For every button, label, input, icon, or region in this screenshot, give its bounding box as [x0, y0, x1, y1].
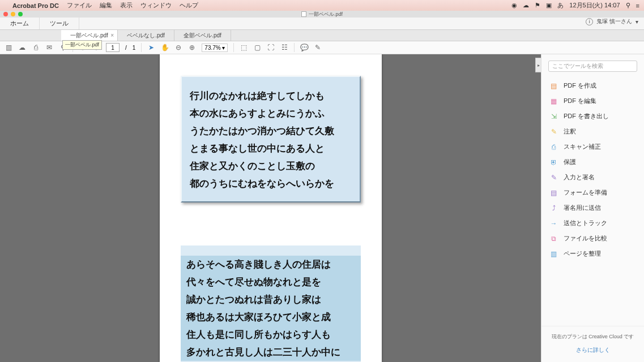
tab-home[interactable]: ホーム — [0, 18, 40, 29]
app-tab-bar: ホーム ツール i 鬼塚 慎一さん ▾ — [0, 18, 644, 30]
menubar-date[interactable]: 12月5日(火) 14:07 — [569, 1, 620, 10]
text-line-selected: 稀也あるは大家ほろひて小家と成 — [181, 308, 361, 326]
document-viewport[interactable]: ▸ 行川のなかれは絶すしてしかも 本の水にあらすよとみにうかふ うたかたはかつ消… — [0, 54, 541, 362]
text-line: 住家と又かくのことし玉敷の — [190, 157, 352, 175]
print-icon[interactable]: ⎙ — [32, 44, 40, 51]
text-line: うたかたはかつ消かつ結ひて久敷 — [190, 122, 352, 140]
tool-send-sign[interactable]: ⤴署名用に送信 — [541, 200, 644, 216]
minimize-window-button[interactable] — [11, 12, 15, 16]
file-tab-bar: 一部ベベル.pdf × 一部ベベル.pdf ベベルなし.pdf 全部ベベル.pd… — [0, 30, 644, 41]
tool-label: ファイルを比較 — [564, 234, 607, 243]
tool-label: PDF を編集 — [564, 97, 596, 105]
account-chevron-icon[interactable]: ▾ — [636, 19, 638, 25]
tab-tools[interactable]: ツール — [40, 18, 79, 29]
text-line: とまる事なし世の中にある人と — [190, 140, 352, 157]
account-area[interactable]: i 鬼塚 慎一さん ▾ — [586, 18, 638, 25]
text-line-selected: 住人も是に同し所もかはらす人も — [181, 326, 361, 343]
tool-label: PDF を作成 — [564, 81, 596, 90]
status-cloud-icon[interactable]: ☁︎ — [523, 2, 529, 9]
mac-menubar: Acrobat Pro DC ファイル 編集 表示 ウィンドウ ヘルプ ◉ ☁︎… — [0, 0, 644, 11]
export-pdf-icon: ⇲ — [549, 112, 558, 120]
fullscreen-icon[interactable]: ⛶ — [267, 44, 275, 51]
protect-icon: ⛨ — [549, 158, 558, 166]
app-name[interactable]: Acrobat Pro DC — [12, 2, 59, 9]
main-area: ▸ 行川のなかれは絶すしてしかも 本の水にあらすよとみにうかふ うたかたはかつ消… — [0, 54, 644, 362]
close-window-button[interactable] — [3, 12, 8, 16]
tool-prepare-form[interactable]: ▤フォームを準備 — [541, 185, 644, 200]
file-tab-1[interactable]: 一部ベベル.pdf × 一部ベベル.pdf — [61, 30, 118, 41]
organize-icon: ▥ — [549, 249, 558, 258]
hand-icon[interactable]: ✋ — [161, 44, 169, 51]
tool-label: 注釈 — [564, 127, 576, 136]
tool-label: 送信とトラック — [564, 219, 607, 227]
sidebar-icon[interactable]: ▥ — [5, 44, 12, 51]
tool-label: スキャン補正 — [564, 143, 601, 151]
learn-more-link[interactable]: さらに詳しく — [546, 346, 639, 354]
tool-send-track[interactable]: →送信とトラック — [541, 216, 644, 231]
plan-text: 現在のプランは Creative Cloud です — [546, 333, 639, 341]
zoom-in-icon[interactable]: ⊕ — [188, 44, 196, 51]
tool-label: ページを整理 — [564, 249, 601, 258]
status-wifi-icon[interactable]: ⚑ — [535, 2, 540, 9]
file-tab-1-label: 一部ベベル.pdf — [70, 32, 108, 40]
comment-icon[interactable]: 💬 — [300, 44, 308, 51]
separator — [294, 43, 295, 52]
text-box-flat: あらそへる高き賤しき人の住居は 代々をへて尽せぬ物なれと是を 誠かとたつぬれは昔… — [181, 245, 361, 362]
status-eye-icon[interactable]: ◉ — [511, 2, 517, 9]
send-sign-icon: ⤴ — [549, 204, 558, 212]
tool-fill-sign[interactable]: ✎入力と署名 — [541, 170, 644, 185]
zoom-out-icon[interactable]: ⊖ — [174, 44, 182, 51]
menu-window[interactable]: ウィンドウ — [140, 1, 172, 10]
text-line-selected: あらそへる高き賤しき人の住居は — [181, 256, 361, 273]
fit-width-icon[interactable]: ⬚ — [240, 44, 248, 51]
document-icon — [301, 11, 306, 17]
menu-icon[interactable]: ≡ — [636, 2, 639, 9]
read-mode-icon[interactable]: ☷ — [280, 44, 288, 51]
file-tab-3-label: 全部ベベル.pdf — [184, 32, 221, 40]
tool-create-pdf[interactable]: ▤PDF を作成 — [541, 78, 644, 93]
page-sep: / — [125, 45, 127, 51]
tools-search-input[interactable]: ここでツールを検索 — [548, 61, 637, 72]
menu-edit[interactable]: 編集 — [100, 1, 112, 10]
status-box-icon[interactable]: ▣ — [546, 2, 552, 9]
zoom-window-button[interactable] — [18, 12, 23, 16]
spotlight-icon[interactable]: ⚲ — [626, 2, 630, 9]
page-number-input[interactable] — [106, 43, 120, 52]
pointer-icon[interactable]: ➤ — [147, 44, 155, 51]
pdf-page: 行川のなかれは絶すしてしかも 本の水にあらすよとみにうかふ うたかたはかつ消かつ… — [160, 54, 382, 362]
tool-label: 保護 — [564, 158, 576, 166]
close-tab-icon[interactable]: × — [110, 32, 114, 38]
comment-tool-icon: ✎ — [549, 127, 558, 136]
edit-pdf-icon: ▦ — [549, 97, 558, 105]
menu-view[interactable]: 表示 — [120, 1, 133, 10]
tool-compare[interactable]: ⧉ファイルを比較 — [541, 231, 644, 246]
zoom-select[interactable]: 73.7% ▾ — [202, 44, 228, 52]
tool-comment[interactable]: ✎注釈 — [541, 124, 644, 139]
highlight-icon[interactable]: ✎ — [314, 44, 322, 51]
text-line-selected: 代々をへて尽せぬ物なれと是を — [181, 273, 361, 291]
tool-label: 署名用に送信 — [564, 204, 601, 212]
menu-file[interactable]: ファイル — [67, 1, 92, 10]
fit-page-icon[interactable]: ▢ — [253, 44, 261, 51]
window-title: 一部ベベル.pdf — [309, 11, 343, 18]
file-tab-2[interactable]: ベベルなし.pdf — [118, 30, 174, 41]
file-tab-3[interactable]: 全部ベベル.pdf — [174, 30, 231, 41]
tool-organize[interactable]: ▥ページを整理 — [541, 246, 644, 261]
form-icon: ▤ — [549, 188, 558, 197]
text-line-selected: 多かれと古見し人は二三十人か中に — [181, 343, 361, 361]
tool-export-pdf[interactable]: ⇲PDF を書き出し — [541, 109, 644, 124]
menu-help[interactable]: ヘルプ — [180, 1, 198, 10]
info-icon[interactable]: i — [586, 18, 593, 25]
tool-scan[interactable]: ⎙スキャン補正 — [541, 139, 644, 154]
text-box-bevel: 行川のなかれは絶すしてしかも 本の水にあらすよとみにうかふ うたかたはかつ消かつ… — [181, 76, 361, 202]
text-line: 本の水にあらすよとみにうかふ — [190, 105, 352, 122]
mail-icon[interactable]: ✉ — [45, 44, 53, 51]
separator — [233, 43, 234, 52]
tool-edit-pdf[interactable]: ▦PDF を編集 — [541, 93, 644, 109]
collapse-panel-icon[interactable]: ▸ — [535, 58, 541, 72]
status-kana-icon[interactable]: あ — [557, 1, 564, 10]
tool-protect[interactable]: ⛨保護 — [541, 154, 644, 170]
tools-panel: ここでツールを検索 ▤PDF を作成 ▦PDF を編集 ⇲PDF を書き出し ✎… — [541, 54, 644, 362]
tool-label: PDF を書き出し — [564, 112, 609, 120]
cloud-icon[interactable]: ☁ — [18, 44, 26, 51]
